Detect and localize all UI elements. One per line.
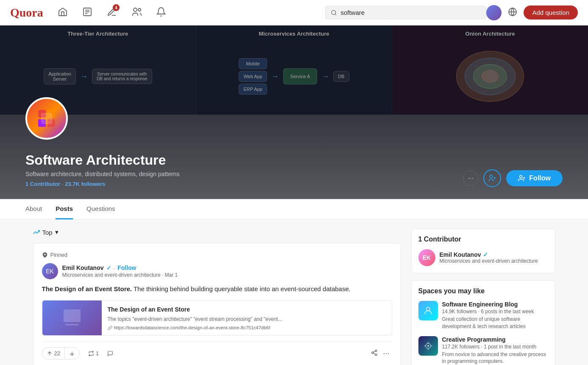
post-body: The Design of an Event Store. The thinki… bbox=[42, 284, 392, 294]
contributors-title: 1 Contributor bbox=[418, 236, 548, 243]
svg-point-5 bbox=[138, 8, 141, 11]
link-url: https://towardsdatascience.com/the-desig… bbox=[108, 325, 386, 330]
post-author-meta: Microservices and event-driven architect… bbox=[62, 272, 392, 278]
nav-icons: 4 bbox=[55, 4, 326, 21]
space-avatar-wrap bbox=[25, 97, 68, 140]
svg-point-22 bbox=[375, 350, 377, 352]
profile-section: Software Architecture Software architect… bbox=[0, 114, 588, 199]
spaces-icon[interactable] bbox=[129, 4, 144, 21]
more-post-options-button[interactable]: ··· bbox=[380, 346, 392, 360]
author-name-text[interactable]: Emil Koutanov bbox=[62, 264, 104, 271]
navbar: Quora 4 Add question bbox=[0, 0, 588, 25]
pin-icon bbox=[42, 252, 48, 258]
trend-icon bbox=[33, 229, 40, 236]
link-info: The Design of an Event Store The topics … bbox=[102, 300, 392, 336]
language-icon[interactable] bbox=[507, 7, 518, 18]
answers-icon[interactable] bbox=[80, 4, 95, 21]
tab-questions[interactable]: Questions bbox=[86, 199, 115, 219]
space-1-avatar bbox=[418, 301, 438, 320]
contributor-details: Emil Koutanov ✓ Microservices and event-… bbox=[440, 251, 538, 264]
share-icon bbox=[371, 349, 378, 356]
post-author-avatar[interactable]: EK bbox=[42, 263, 58, 279]
contributor-name: Emil Koutanov ✓ bbox=[440, 251, 538, 258]
cover-area: Three-Tier Architecture ApplicationServe… bbox=[0, 25, 588, 115]
verified-icon: ✓ bbox=[106, 265, 111, 271]
notification-badge: 4 bbox=[113, 4, 120, 11]
contributors-card: 1 Contributor EK Emil Koutanov ✓ Microse… bbox=[411, 228, 555, 273]
follow-author-link[interactable]: Follow bbox=[117, 264, 136, 271]
space-2-avatar bbox=[418, 336, 438, 356]
space-1-meta: 14.9K followers · 6 posts in the last we… bbox=[442, 309, 548, 314]
cover-overlay bbox=[0, 25, 588, 115]
link-preview[interactable]: The Design of an Event Store The topics … bbox=[42, 300, 392, 336]
share-count: 1 bbox=[96, 350, 99, 357]
space-item-2[interactable]: Creative Programming 117.2K followers · … bbox=[418, 336, 548, 365]
space-item-1[interactable]: Software Engineering Blog 14.9K follower… bbox=[418, 301, 548, 330]
pinned-text: Pinned bbox=[50, 252, 67, 258]
follower-count: 23.7K followers bbox=[65, 181, 105, 187]
follow-row: ··· Follow bbox=[463, 169, 563, 187]
quora-logo[interactable]: Quora bbox=[10, 6, 43, 20]
post-body-bold: The Design of an Event Store. bbox=[42, 285, 132, 292]
post-author-row: EK Emil Koutanov ✓ · Follow Microservice… bbox=[42, 263, 392, 279]
space-2-desc: From novice to advanced the creative pro… bbox=[442, 351, 548, 365]
post-actions: 22 1 ··· bbox=[42, 342, 392, 360]
space-1-name: Software Engineering Blog bbox=[442, 301, 548, 308]
contributor-name-text: Emil Koutanov bbox=[440, 251, 481, 258]
link-icon bbox=[108, 326, 112, 330]
invite-button[interactable] bbox=[483, 169, 501, 187]
link-title: The Design of an Event Store bbox=[108, 306, 386, 313]
downvote-button[interactable] bbox=[65, 348, 79, 359]
search-bar[interactable] bbox=[325, 6, 486, 19]
svg-point-13 bbox=[490, 175, 493, 178]
home-icon[interactable] bbox=[55, 4, 70, 21]
sort-button[interactable]: Top ▾ bbox=[33, 228, 59, 236]
upvote-count: 22 bbox=[54, 350, 60, 357]
dot-separator: · bbox=[114, 265, 115, 271]
more-options-button[interactable]: ··· bbox=[463, 171, 478, 186]
post-author-name-row: Emil Koutanov ✓ · Follow bbox=[62, 264, 392, 271]
contributor-meta: Microservices and event-driven architect… bbox=[440, 258, 538, 264]
post-author-info: Emil Koutanov ✓ · Follow Microservices a… bbox=[62, 264, 392, 278]
space-2-meta: 117.2K followers · 1 post in the last mo… bbox=[442, 344, 548, 350]
search-icon bbox=[331, 9, 337, 16]
create-icon[interactable]: 4 bbox=[104, 4, 120, 21]
link-description: The topics "event-driven architecture" "… bbox=[108, 316, 386, 323]
main-layout: Top ▾ Pinned EK Emil Koutanov ✓ · Follow… bbox=[23, 220, 566, 365]
main-feed: Top ▾ Pinned EK Emil Koutanov ✓ · Follow… bbox=[33, 228, 401, 365]
svg-line-25 bbox=[373, 353, 376, 354]
contributor-item[interactable]: EK Emil Koutanov ✓ Microservices and eve… bbox=[418, 249, 548, 266]
space-2-info: Creative Programming 117.2K followers · … bbox=[442, 336, 548, 365]
spaces-list: Software Engineering Blog 14.9K follower… bbox=[418, 301, 548, 365]
share-action-button[interactable]: 1 bbox=[84, 348, 103, 359]
svg-point-19 bbox=[44, 254, 46, 256]
add-question-button[interactable]: Add question bbox=[524, 6, 578, 20]
notifications-icon[interactable] bbox=[153, 4, 169, 21]
svg-rect-20 bbox=[64, 309, 81, 322]
svg-point-30 bbox=[427, 345, 429, 347]
tab-about[interactable]: About bbox=[25, 199, 42, 219]
follow-button[interactable]: Follow bbox=[506, 170, 563, 186]
spaces-card: Spaces you may like Software Engineering… bbox=[411, 280, 555, 365]
sort-label: Top bbox=[42, 229, 53, 236]
external-share-button[interactable] bbox=[368, 347, 380, 360]
post-body-text: The thinking behind building queryable s… bbox=[132, 285, 351, 292]
comment-button[interactable] bbox=[103, 348, 117, 359]
svg-point-28 bbox=[427, 308, 429, 310]
contributor-count: 1 Contributor bbox=[25, 181, 60, 187]
svg-point-6 bbox=[332, 10, 336, 14]
reshare-icon bbox=[88, 351, 94, 357]
follow-label: Follow bbox=[529, 174, 551, 182]
comment-icon bbox=[107, 351, 113, 357]
upvote-button[interactable]: 22 bbox=[42, 348, 65, 359]
nav-right: Add question bbox=[486, 5, 578, 20]
space-logo bbox=[25, 97, 68, 140]
downvote-icon bbox=[69, 351, 75, 357]
svg-point-16 bbox=[520, 175, 522, 178]
tab-posts[interactable]: Posts bbox=[56, 199, 73, 219]
contributor-avatar: EK bbox=[418, 249, 435, 266]
search-input[interactable] bbox=[340, 9, 481, 16]
space-2-name: Creative Programming bbox=[442, 336, 548, 343]
svg-rect-12 bbox=[42, 113, 52, 124]
user-avatar[interactable] bbox=[486, 5, 502, 20]
